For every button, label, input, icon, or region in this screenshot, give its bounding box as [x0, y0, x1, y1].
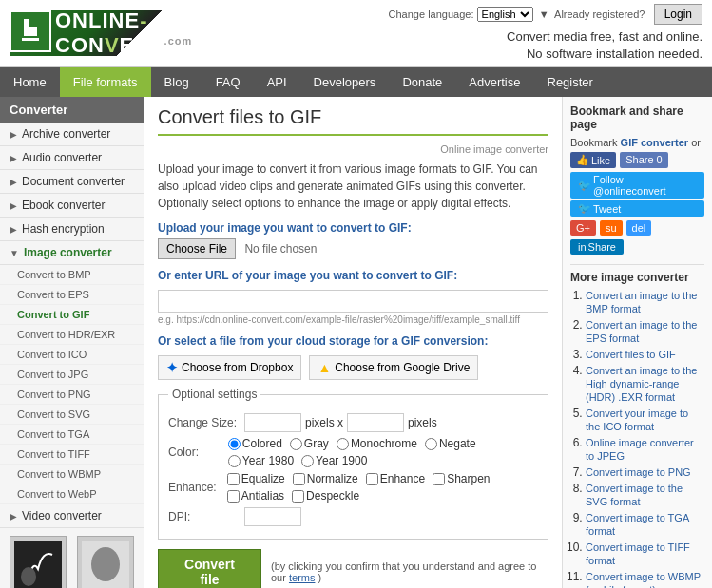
- sidebar-sub-jpg[interactable]: Convert to JPG: [0, 365, 144, 385]
- sidebar-item-image[interactable]: ▼Image converter: [0, 241, 144, 265]
- convert-note-end: ): [318, 572, 322, 583]
- main-content: Convert files to GIF Online image conver…: [144, 97, 562, 588]
- more-png[interactable]: Convert image to PNG: [586, 466, 691, 478]
- delicious-button[interactable]: del: [626, 220, 652, 236]
- sidebar-sub-webp[interactable]: Convert to WebP: [0, 484, 144, 504]
- more-conv-list: Convert an image to the BMP format Conve…: [570, 289, 704, 588]
- height-input[interactable]: [347, 413, 404, 432]
- enhance-normalize[interactable]: Normalize: [293, 472, 358, 485]
- gplus-button[interactable]: G+: [570, 220, 596, 236]
- nav-developers[interactable]: Developers: [300, 67, 390, 97]
- color-gray[interactable]: Gray: [290, 437, 329, 450]
- color-negate[interactable]: Negate: [425, 437, 476, 450]
- nav-register[interactable]: Register: [534, 67, 606, 97]
- fb-share-button[interactable]: Share 0: [620, 152, 668, 168]
- color-row: Color: Colored Gray Monochrome Negate Ye…: [168, 437, 538, 467]
- sidebar-sub-png[interactable]: Convert to PNG: [0, 385, 144, 405]
- enhance-enhance[interactable]: Enhance: [366, 472, 425, 485]
- color-mono[interactable]: Monochrome: [337, 437, 417, 450]
- sidebar-item-ebook[interactable]: ▶Ebook converter: [0, 194, 144, 218]
- more-svg[interactable]: Convert image to the SVG format: [586, 483, 683, 507]
- sidebar-item-archive[interactable]: ▶Archive converter: [0, 123, 144, 146]
- gdrive-icon: ▲: [318, 360, 331, 375]
- svg-marker-0: [24, 19, 37, 36]
- color-colored[interactable]: Colored: [228, 437, 282, 450]
- gdrive-label: Choose from Google Drive: [335, 361, 470, 374]
- nav-advertise[interactable]: Advertise: [455, 67, 533, 97]
- page-title: Convert files to GIF: [158, 106, 548, 136]
- logo-area: ONLINE-CONVERT.com: [10, 10, 219, 56]
- enhance-antialias[interactable]: Antialias: [227, 489, 284, 503]
- terms-link[interactable]: terms: [289, 572, 316, 583]
- sidebar-sub-eps[interactable]: Convert to EPS: [0, 285, 144, 305]
- size-row: Change Size: pixels x pixels: [168, 413, 538, 432]
- enhance-equalize[interactable]: Equalize: [227, 472, 285, 485]
- bm-link[interactable]: GIF converter: [621, 137, 689, 148]
- more-jpg[interactable]: Online image converter to JPEG: [586, 437, 694, 462]
- lang-select[interactable]: English: [477, 7, 533, 22]
- logo: ONLINE-CONVERT.com: [10, 10, 219, 56]
- stumble-button[interactable]: su: [600, 220, 623, 236]
- nav-home[interactable]: Home: [0, 67, 60, 97]
- bm-or: or: [691, 137, 701, 148]
- online-label: Online image converter: [158, 143, 548, 155]
- sidebar-sub-svg[interactable]: Convert to SVG: [0, 405, 144, 425]
- fb-like-button[interactable]: 👍 Like: [570, 152, 616, 168]
- sidebar-thumb-1: [10, 536, 67, 588]
- more-hdr[interactable]: Convert an image to the High dynamic-ran…: [586, 365, 697, 403]
- more-wbmp[interactable]: Convert image to WBMP (mobile format): [586, 571, 701, 588]
- more-tga[interactable]: Convert image to TGA format: [586, 512, 689, 537]
- sidebar-sub-tiff[interactable]: Convert to TIFF: [0, 445, 144, 465]
- choose-file-button[interactable]: Choose File: [158, 238, 236, 259]
- sidebar-item-document[interactable]: ▶Document converter: [0, 170, 144, 194]
- list-item: Convert files to GIF: [586, 348, 704, 361]
- linkedin-button[interactable]: in Share: [570, 239, 624, 255]
- dpi-input[interactable]: [244, 507, 301, 526]
- sidebar-item-video[interactable]: ▶Video converter: [0, 504, 144, 528]
- login-button[interactable]: Login: [654, 4, 702, 25]
- tagline: Convert media free, fast and online. No …: [389, 28, 702, 63]
- sidebar-item-audio[interactable]: ▶Audio converter: [0, 146, 144, 170]
- sidebar-sub-ico[interactable]: Convert to ICO: [0, 345, 144, 365]
- color-1980[interactable]: Year 1980: [228, 454, 294, 467]
- enhance-options: Equalize Normalize Enhance Sharpen Antia…: [227, 472, 538, 503]
- more-gif[interactable]: Convert files to GIF: [586, 349, 676, 360]
- more-tiff[interactable]: Convert image to TIFF format: [586, 541, 690, 566]
- enhance-sharpen[interactable]: Sharpen: [433, 472, 490, 485]
- color-1900[interactable]: Year 1900: [301, 454, 367, 467]
- header: ONLINE-CONVERT.com Change language: Engl…: [0, 0, 712, 67]
- lang-bar: Change language: English ▼ Already regis…: [389, 4, 702, 25]
- nav-file-formats[interactable]: File formats: [60, 67, 151, 97]
- nav-api[interactable]: API: [254, 67, 300, 97]
- dropbox-icon: ✦: [166, 360, 178, 375]
- more-bmp[interactable]: Convert an image to the BMP format: [586, 290, 697, 314]
- sidebar-sub-tga[interactable]: Convert to TGA: [0, 425, 144, 445]
- tw-tweet-button[interactable]: 🐦 Tweet: [570, 200, 704, 217]
- sidebar-sub-hdr[interactable]: Convert to HDR/EXR: [0, 325, 144, 345]
- more-ico[interactable]: Convert your image to the ICO format: [586, 408, 688, 432]
- nav-faq[interactable]: FAQ: [202, 67, 254, 97]
- width-input[interactable]: [244, 413, 301, 432]
- nav-blog[interactable]: Blog: [151, 67, 202, 97]
- bookmark-title: Bookmark and share page: [570, 104, 704, 131]
- nav-donate[interactable]: Donate: [389, 67, 455, 97]
- sidebar-sub-bmp[interactable]: Convert to BMP: [0, 265, 144, 285]
- sidebar-sub-wbmp[interactable]: Convert to WBMP: [0, 465, 144, 484]
- bm-text-start: Bookmark: [570, 137, 618, 148]
- convert-button[interactable]: Convert file: [158, 549, 261, 588]
- enhance-despeckle[interactable]: Despeckle: [292, 489, 359, 503]
- dropbox-button[interactable]: ✦ Choose from Dropbox: [158, 355, 301, 380]
- enhance-label: Enhance:: [168, 481, 227, 494]
- sidebar-item-hash[interactable]: ▶Hash encryption: [0, 218, 144, 241]
- url-input[interactable]: [158, 290, 548, 313]
- cloud-buttons: ✦ Choose from Dropbox ▲ Choose from Goog…: [158, 355, 548, 380]
- tw-follow-button[interactable]: 🐦 Follow @onlineconvert: [570, 172, 704, 199]
- sidebar-thumb-2: [77, 536, 134, 588]
- sidebar-sub-gif[interactable]: Convert to GIF: [0, 305, 144, 325]
- layout: Converter ▶Archive converter ▶Audio conv…: [0, 97, 712, 588]
- logo-icon: [10, 10, 51, 52]
- dpi-label: DPI:: [168, 510, 244, 523]
- more-eps[interactable]: Convert an image to the EPS format: [586, 319, 697, 344]
- gdrive-button[interactable]: ▲ Choose from Google Drive: [309, 355, 478, 380]
- enhance-row: Enhance: Equalize Normalize Enhance Shar…: [168, 472, 538, 503]
